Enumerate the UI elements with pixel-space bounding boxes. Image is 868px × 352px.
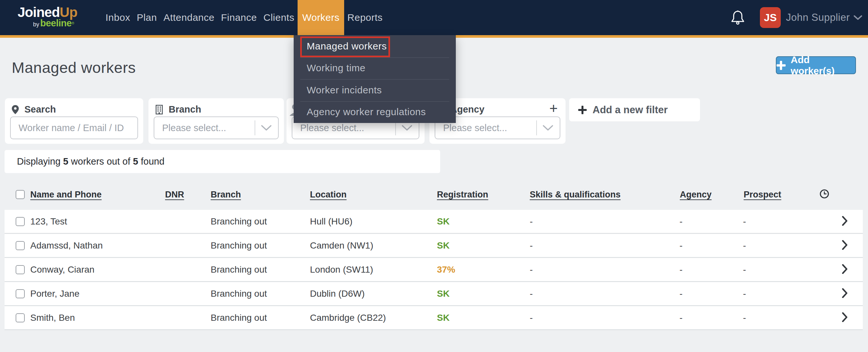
- select-divider: [536, 120, 537, 135]
- results-summary-bar: Displaying 5 workers out of 5 found: [5, 150, 440, 173]
- row-expand-chevron-icon[interactable]: [842, 240, 848, 250]
- nav-item-finance[interactable]: Finance: [218, 0, 260, 35]
- header-skills-qualifications[interactable]: Skills & qualifications: [527, 190, 677, 200]
- worker-skills: -: [527, 216, 677, 227]
- menu-item-managed-workers[interactable]: Managed workers: [294, 35, 456, 57]
- nav-item-reports[interactable]: Reports: [344, 0, 386, 35]
- table-body: 123, Test Branching out Hull (HU6) SK - …: [5, 210, 863, 330]
- branch-placeholder: Please select...: [162, 117, 226, 138]
- user-menu-chevron-down-icon[interactable]: [854, 15, 862, 20]
- total-count: 5: [133, 156, 138, 166]
- logo-byline: bybeeline®: [18, 18, 75, 30]
- worker-branch: Branching out: [208, 216, 308, 227]
- worker-agency: -: [677, 241, 741, 251]
- branch-filter-label: Branch: [169, 104, 201, 115]
- joinedup-logo[interactable]: JoinedUp bybeeline®: [18, 5, 75, 30]
- select-divider: [255, 120, 255, 135]
- header-prospect[interactable]: Prospect: [741, 190, 814, 200]
- table-row[interactable]: Smith, Ben Branching out Cambridge (CB22…: [5, 306, 863, 330]
- registration-value: 37%: [435, 264, 527, 275]
- nav-item-workers[interactable]: Workers: [298, 0, 344, 35]
- row-expand-chevron-icon[interactable]: [842, 264, 848, 274]
- logo-wordmark: JoinedUp: [18, 5, 75, 20]
- worker-search-input[interactable]: Worker name / Email / ID: [10, 117, 138, 139]
- worker-skills: -: [527, 241, 677, 251]
- plus-icon: [776, 61, 786, 70]
- results-summary-text: Displaying 5 workers out of 5 found: [17, 150, 164, 173]
- add-new-filter-button[interactable]: Add a new filter: [569, 98, 700, 121]
- worker-agency: -: [677, 264, 741, 275]
- select-all-checkbox[interactable]: [16, 190, 25, 199]
- add-workers-button[interactable]: Add worker(s): [776, 56, 856, 74]
- row-checkbox[interactable]: [16, 289, 25, 298]
- chevron-down-icon[interactable]: [402, 125, 412, 131]
- table-row[interactable]: Conway, Ciaran Branching out London (SW1…: [5, 258, 863, 282]
- nav-item-clients[interactable]: Clients: [260, 0, 298, 35]
- menu-item-working-time[interactable]: Working time: [294, 57, 456, 79]
- table-row[interactable]: Porter, Jane Branching out Dublin (D6W) …: [5, 282, 863, 306]
- search-placeholder: Worker name / Email / ID: [19, 117, 124, 138]
- nav-item-attendance[interactable]: Attendance: [160, 0, 218, 35]
- registration-value: SK: [435, 241, 527, 251]
- notifications-bell-icon[interactable]: [731, 10, 745, 25]
- worker-name: 123, Test: [29, 216, 163, 227]
- worker-location: Dublin (D6W): [308, 289, 435, 299]
- worker-prospect: -: [741, 264, 814, 275]
- agency-add-plus-icon[interactable]: +: [549, 100, 558, 117]
- worker-skills: -: [527, 313, 677, 323]
- workers-dropdown-menu: Managed workers Working time Worker inci…: [294, 35, 456, 123]
- row-checkbox[interactable]: [16, 313, 25, 322]
- branch-select[interactable]: Please select...: [154, 117, 279, 139]
- worker-name: Smith, Ben: [29, 313, 163, 323]
- header-agency[interactable]: Agency: [677, 190, 741, 200]
- row-expand-chevron-icon[interactable]: [842, 288, 848, 298]
- menu-item-worker-incidents[interactable]: Worker incidents: [294, 79, 456, 101]
- worker-location: London (SW11): [308, 264, 435, 275]
- header-dnr[interactable]: DNR: [163, 190, 208, 200]
- user-name[interactable]: John Supplier: [786, 12, 850, 24]
- top-navbar: JoinedUp bybeeline® Inbox Plan Attendanc…: [0, 0, 868, 35]
- chevron-down-icon[interactable]: [543, 125, 553, 131]
- worker-branch: Branching out: [208, 313, 308, 323]
- menu-item-agency-worker-regulations[interactable]: Agency worker regulations: [294, 101, 456, 123]
- managed-workers-page: JoinedUp bybeeline® Inbox Plan Attendanc…: [0, 0, 868, 352]
- worker-branch: Branching out: [208, 289, 308, 299]
- worker-location: Camden (NW1): [308, 241, 435, 251]
- clock-icon[interactable]: [819, 189, 830, 199]
- header-location[interactable]: Location: [308, 190, 435, 200]
- worker-prospect: -: [741, 313, 814, 323]
- table-row[interactable]: 123, Test Branching out Hull (HU6) SK - …: [5, 210, 863, 234]
- nav-item-inbox[interactable]: Inbox: [102, 0, 133, 35]
- worker-branch: Branching out: [208, 264, 308, 275]
- worker-agency: -: [677, 216, 741, 227]
- worker-skills: -: [527, 289, 677, 299]
- worker-branch: Branching out: [208, 241, 308, 251]
- worker-prospect: -: [741, 289, 814, 299]
- worker-prospect: -: [741, 216, 814, 227]
- header-name-and-phone[interactable]: Name and Phone: [29, 190, 163, 200]
- row-expand-chevron-icon[interactable]: [842, 216, 848, 226]
- user-avatar[interactable]: JS: [760, 7, 781, 28]
- nav-item-plan[interactable]: Plan: [133, 0, 160, 35]
- row-expand-chevron-icon[interactable]: [842, 312, 848, 322]
- row-checkbox[interactable]: [16, 241, 25, 250]
- worker-name: Adamssd, Nathan: [29, 241, 163, 251]
- search-filter-card: Search Worker name / Email / ID: [5, 98, 143, 144]
- worker-name: Conway, Ciaran: [29, 264, 163, 275]
- row-checkbox[interactable]: [16, 265, 25, 274]
- registration-value: SK: [435, 313, 527, 323]
- building-icon: [155, 105, 163, 115]
- header-registration[interactable]: Registration: [435, 190, 527, 200]
- row-checkbox[interactable]: [16, 217, 25, 226]
- worker-agency: -: [677, 289, 741, 299]
- registration-value: SK: [435, 289, 527, 299]
- chevron-down-icon[interactable]: [261, 125, 272, 131]
- displayed-count: 5: [63, 156, 68, 166]
- registration-value: SK: [435, 216, 527, 227]
- worker-name: Porter, Jane: [29, 289, 163, 299]
- worker-location: Cambridge (CB22): [308, 313, 435, 323]
- header-branch[interactable]: Branch: [208, 190, 308, 200]
- main-nav: Inbox Plan Attendance Finance Clients Wo…: [102, 0, 386, 35]
- table-row[interactable]: Adamssd, Nathan Branching out Camden (NW…: [5, 234, 863, 258]
- worker-location: Hull (HU6): [308, 216, 435, 227]
